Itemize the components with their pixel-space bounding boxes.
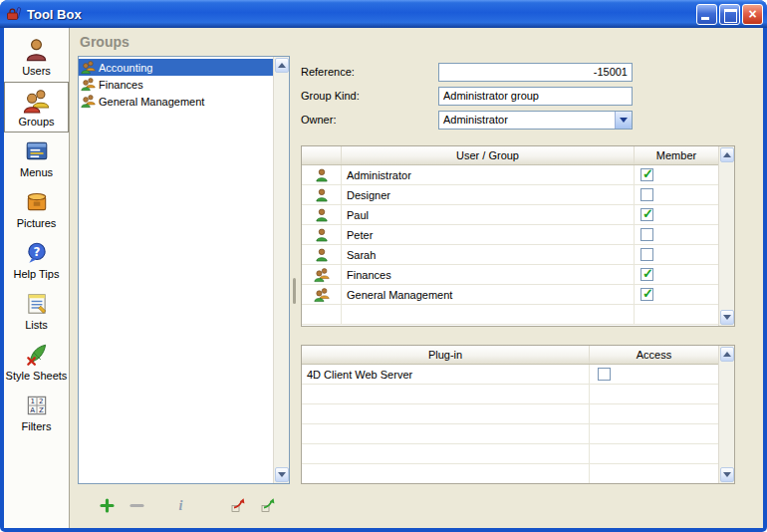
- user-icon: [314, 167, 330, 183]
- svg-text:?: ?: [33, 245, 40, 259]
- reference-input[interactable]: [438, 63, 633, 82]
- member-row: Finances: [302, 265, 718, 285]
- owner-dropdown-value: Administrator: [439, 114, 615, 126]
- member-checkbox[interactable]: [640, 208, 653, 221]
- user-group-column-header: User / Group: [342, 146, 635, 164]
- info-icon: i: [173, 498, 188, 513]
- empty-row: [302, 305, 718, 325]
- dropdown-button[interactable]: [615, 112, 632, 129]
- window-body: Users Groups: [4, 28, 763, 528]
- member-row: Administrator: [302, 165, 718, 185]
- sidebar-item-pictures[interactable]: Pictures: [4, 183, 69, 234]
- chevron-down-icon: [620, 118, 628, 123]
- owner-row: Owner: Administrator: [301, 110, 755, 130]
- sidebar-item-filters[interactable]: 1 2 A Z Filters: [4, 387, 69, 437]
- member-checkbox[interactable]: [640, 248, 653, 261]
- empty-row: [302, 385, 718, 404]
- group-detail-panel: Reference: Group Kind: Owner: Administra…: [299, 54, 763, 528]
- member-name: Finances: [342, 265, 635, 284]
- member-row: Sarah: [302, 245, 718, 265]
- empty-row: [302, 464, 718, 484]
- member-checkbox[interactable]: [640, 228, 653, 241]
- toolbox-app-icon: [6, 6, 22, 22]
- sidebar-item-lists[interactable]: Lists: [4, 285, 69, 336]
- sidebar-item-menus[interactable]: Menus: [4, 133, 69, 183]
- member-name: Designer: [342, 185, 635, 204]
- sidebar-item-users[interactable]: Users: [4, 31, 69, 82]
- group-list-item-label: General Management: [99, 96, 204, 108]
- plugin-name: 4D Client Web Server: [302, 365, 590, 384]
- owner-label: Owner:: [301, 114, 438, 126]
- toolbox-window: Tool Box × Users: [0, 0, 767, 532]
- member-checkbox[interactable]: [640, 188, 653, 201]
- scroll-up-button[interactable]: [720, 147, 734, 162]
- group-icon: [314, 287, 330, 303]
- splitter-handle[interactable]: [290, 54, 299, 528]
- plugin-column-header: Plug-in: [302, 346, 590, 364]
- member-row: Peter: [302, 225, 718, 245]
- group-list-item[interactable]: Finances: [79, 76, 273, 93]
- user-icon: [314, 187, 330, 203]
- info-button[interactable]: i: [171, 496, 189, 514]
- lists-icon: [23, 290, 51, 318]
- reference-label: Reference:: [301, 66, 438, 78]
- member-row: General Management: [302, 285, 718, 305]
- close-button[interactable]: ×: [742, 4, 763, 25]
- sidebar-item-help-tips[interactable]: ? Help Tips: [4, 234, 69, 285]
- sidebar-item-label: Users: [22, 65, 51, 77]
- titlebar[interactable]: Tool Box ×: [0, 0, 767, 28]
- member-name: Peter: [342, 225, 635, 244]
- member-name: General Management: [342, 285, 635, 304]
- plugin-row: 4D Client Web Server: [302, 365, 718, 385]
- owner-dropdown[interactable]: Administrator: [438, 111, 633, 130]
- import-button[interactable]: [229, 496, 247, 514]
- group-list-item[interactable]: Accounting: [79, 59, 273, 76]
- content: Accounting Finances General Management: [70, 54, 763, 528]
- delete-group-button[interactable]: [128, 496, 145, 514]
- member-checkbox[interactable]: [640, 288, 653, 301]
- group-list-toolbar: i: [78, 490, 290, 520]
- sidebar-item-label: Groups: [18, 116, 54, 128]
- icon-column-header: [302, 146, 342, 164]
- group-icon: [81, 94, 96, 109]
- plus-icon: [100, 498, 115, 513]
- empty-row: [302, 424, 718, 444]
- svg-text:i: i: [178, 498, 182, 513]
- user-icon: [23, 36, 51, 64]
- access-column-header: Access: [590, 346, 718, 364]
- scroll-up-button[interactable]: [720, 347, 734, 362]
- plugins-table-scrollbar: [718, 346, 734, 483]
- group-kind-row: Group Kind:: [301, 86, 755, 106]
- main-panel: Groups Accounting Finances: [70, 28, 763, 528]
- member-name: Administrator: [342, 165, 635, 184]
- minimize-button[interactable]: [696, 4, 717, 25]
- scroll-up-button[interactable]: [275, 58, 289, 73]
- member-name: Sarah: [342, 245, 635, 264]
- member-column-header: Member: [635, 146, 718, 164]
- pictures-icon: [23, 188, 51, 216]
- member-checkbox[interactable]: [640, 268, 653, 281]
- user-icon: [314, 247, 330, 263]
- group-list-item-label: Accounting: [99, 62, 152, 74]
- add-group-button[interactable]: [98, 496, 116, 514]
- user-icon: [314, 207, 330, 223]
- window-title: Tool Box: [27, 7, 82, 22]
- group-list-item[interactable]: General Management: [79, 93, 273, 110]
- help-tips-icon: ?: [23, 239, 51, 267]
- export-button[interactable]: [259, 496, 277, 514]
- member-checkbox[interactable]: [640, 168, 653, 181]
- access-checkbox[interactable]: [598, 368, 611, 381]
- scroll-down-button[interactable]: [720, 310, 734, 325]
- svg-text:A: A: [30, 405, 35, 414]
- scroll-down-button[interactable]: [275, 467, 289, 482]
- group-icon: [314, 267, 330, 283]
- sidebar-item-style-sheets[interactable]: Style Sheets: [4, 336, 69, 387]
- scroll-down-button[interactable]: [720, 467, 734, 482]
- sidebar-item-groups[interactable]: Groups: [4, 82, 69, 133]
- group-kind-input[interactable]: [438, 87, 633, 106]
- page-title: Groups: [70, 28, 763, 54]
- maximize-button[interactable]: [719, 4, 740, 25]
- groups-icon: [23, 87, 51, 115]
- member-row: Designer: [302, 185, 718, 205]
- group-kind-label: Group Kind:: [301, 90, 438, 102]
